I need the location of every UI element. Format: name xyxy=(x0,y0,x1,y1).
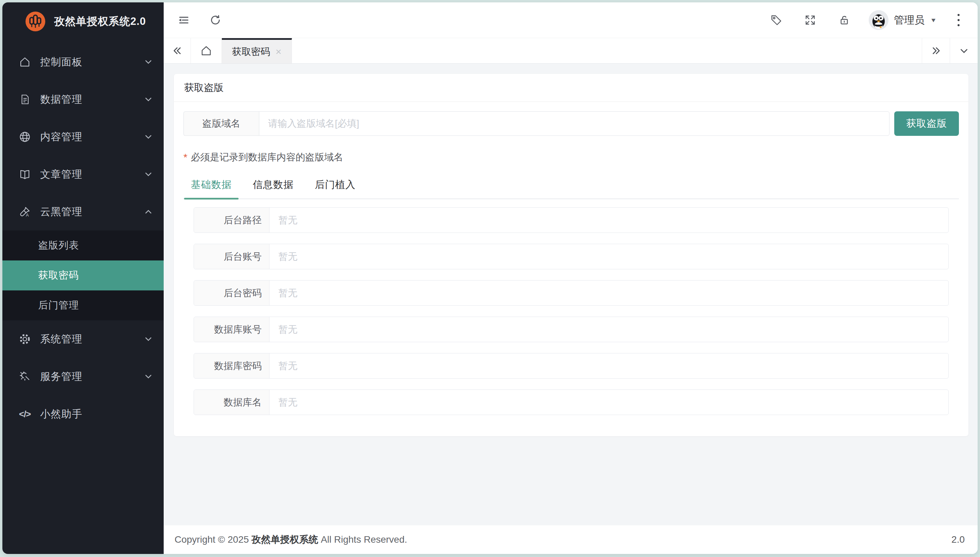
chevron-down-icon xyxy=(143,334,154,344)
sidebar-menu: 控制面板 数据管理 内容管理 xyxy=(2,41,164,554)
db-password-input[interactable] xyxy=(269,353,948,378)
sidebar: 孜然单授权系统2.0 控制面板 数据管理 xyxy=(2,2,164,554)
sidebar-item-service-management[interactable]: 服务管理 xyxy=(2,358,164,395)
tabs-menu-icon[interactable] xyxy=(950,38,978,64)
document-icon xyxy=(18,93,31,106)
cloud-blacklist-submenu: 盗版列表 获取密码 后门管理 xyxy=(2,231,164,320)
field-row-backend-password: 后台密码 xyxy=(194,280,949,306)
get-pirate-card: 获取盗版 盗版域名 获取盗版 * 必须是记录到数据库内容的盗版域名 基础数据 信… xyxy=(174,74,969,436)
main-column: 管理员 ▼ 获取密码 × xyxy=(164,2,978,554)
backend-account-input[interactable] xyxy=(269,244,948,269)
tab-basic-data[interactable]: 基础数据 xyxy=(191,178,232,199)
topbar: 管理员 ▼ xyxy=(164,2,978,38)
required-asterisk: * xyxy=(183,151,188,163)
kebab-menu-icon[interactable] xyxy=(952,14,965,26)
svg-text:A: A xyxy=(26,212,29,218)
tab-backdoor-implant[interactable]: 后门植入 xyxy=(315,178,355,199)
paint-brush-icon: A xyxy=(18,205,31,218)
refresh-icon[interactable] xyxy=(206,11,225,29)
pirate-domain-label: 盗版域名 xyxy=(183,111,259,136)
tabs-scroll-left-icon[interactable] xyxy=(164,38,191,64)
sidebar-subitem-get-password[interactable]: 获取密码 xyxy=(2,261,164,290)
tab-get-password[interactable]: 获取密码 × xyxy=(222,38,292,64)
gear-icon xyxy=(18,333,31,345)
user-name: 管理员 xyxy=(894,13,925,27)
app-window: 孜然单授权系统2.0 控制面板 数据管理 xyxy=(2,2,978,554)
sidebar-subitem-pirate-list[interactable]: 盗版列表 xyxy=(2,231,164,261)
field-row-db-account: 数据库账号 xyxy=(194,317,949,342)
pirate-domain-group: 盗版域名 获取盗版 xyxy=(183,111,959,136)
content-area: 获取盗版 盗版域名 获取盗版 * 必须是记录到数据库内容的盗版域名 基础数据 信… xyxy=(164,64,978,525)
chevron-up-icon xyxy=(143,207,154,217)
chevron-down-icon xyxy=(143,371,154,382)
required-note-text: 必须是记录到数据库内容的盗版域名 xyxy=(191,151,343,164)
footer-version: 2.0 xyxy=(951,534,965,545)
sidebar-item-system-management[interactable]: 系统管理 xyxy=(2,320,164,358)
db-name-input[interactable] xyxy=(269,390,948,415)
sidebar-item-data-management[interactable]: 数据管理 xyxy=(2,81,164,118)
tab-info-data[interactable]: 信息数据 xyxy=(253,178,294,199)
avatar[interactable] xyxy=(869,10,889,30)
backend-password-input[interactable] xyxy=(269,280,948,305)
data-tabs: 基础数据 信息数据 后门植入 xyxy=(183,178,959,199)
field-row-backend-path: 后台路径 xyxy=(194,207,949,233)
code-icon: </> xyxy=(18,407,31,420)
book-icon xyxy=(18,168,31,181)
footer-brand: 孜然单授权系统 xyxy=(251,534,318,545)
sidebar-item-control-panel[interactable]: 控制面板 xyxy=(2,43,164,81)
fullscreen-icon[interactable] xyxy=(801,11,820,29)
tabbar: 获取密码 × xyxy=(164,38,978,64)
service-icon xyxy=(18,370,31,383)
home-icon xyxy=(18,55,31,68)
app-logo-icon xyxy=(25,11,46,32)
home-tab[interactable] xyxy=(191,38,222,64)
sidebar-item-assistant[interactable]: </> 小然助手 xyxy=(2,395,164,433)
app-logo-row: 孜然单授权系统2.0 xyxy=(2,2,164,41)
footer: Copyright © 2025 孜然单授权系统 All Rights Rese… xyxy=(164,525,978,554)
required-note: * 必须是记录到数据库内容的盗版域名 xyxy=(183,151,959,164)
sidebar-subitem-backdoor-management[interactable]: 后门管理 xyxy=(2,290,164,320)
field-row-backend-account: 后台账号 xyxy=(194,244,949,269)
field-row-db-password: 数据库密码 xyxy=(194,353,949,379)
chevron-down-icon xyxy=(143,57,154,67)
tabbar-spacer xyxy=(292,38,922,64)
chevron-down-icon xyxy=(143,132,154,142)
sidebar-item-content-management[interactable]: 内容管理 xyxy=(2,118,164,156)
sidebar-item-cloud-blacklist[interactable]: A 云黑管理 xyxy=(2,193,164,231)
unlock-icon[interactable] xyxy=(835,11,854,29)
caret-down-icon: ▼ xyxy=(930,17,937,23)
backend-path-input[interactable] xyxy=(269,208,948,233)
field-rows: 后台路径 后台账号 后台密码 数据库账号 xyxy=(183,207,959,415)
globe-icon xyxy=(18,130,31,143)
db-account-input[interactable] xyxy=(269,317,948,342)
chevron-down-icon xyxy=(143,94,154,104)
card-title: 获取盗版 xyxy=(174,74,969,102)
get-pirate-button[interactable]: 获取盗版 xyxy=(894,111,959,136)
tag-icon[interactable] xyxy=(767,11,786,29)
collapse-menu-icon[interactable] xyxy=(174,11,193,29)
field-row-db-name: 数据库名 xyxy=(194,389,949,415)
close-icon[interactable]: × xyxy=(276,47,282,57)
tabs-scroll-right-icon[interactable] xyxy=(922,38,950,64)
sidebar-item-article-management[interactable]: 文章管理 xyxy=(2,156,164,193)
user-menu[interactable]: 管理员 ▼ xyxy=(869,10,937,30)
pirate-domain-input[interactable] xyxy=(259,111,889,136)
app-title: 孜然单授权系统2.0 xyxy=(54,14,146,29)
copyright-text: Copyright © 2025 孜然单授权系统 All Rights Rese… xyxy=(175,533,407,546)
chevron-down-icon xyxy=(143,169,154,179)
